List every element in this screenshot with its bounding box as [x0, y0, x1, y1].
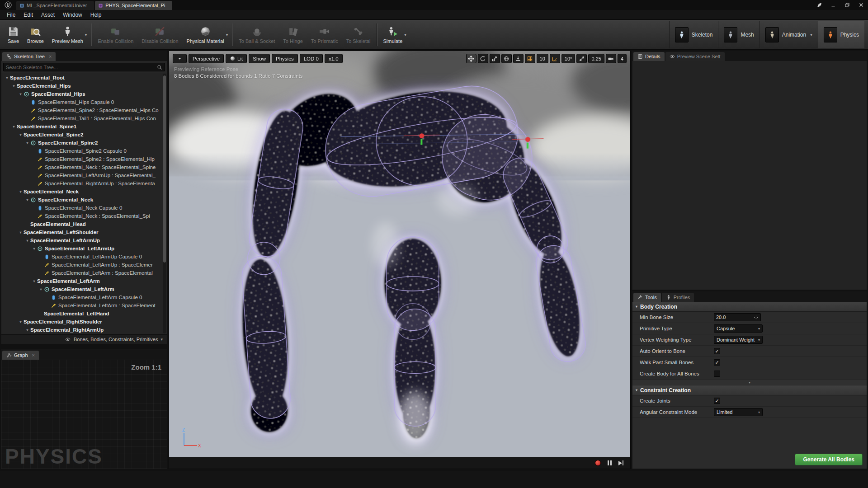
scale-tool-button[interactable]	[490, 54, 500, 63]
simulate-button[interactable]: Simulate	[379, 21, 407, 48]
walk-past-small-bones-checkbox[interactable]: ✓	[714, 359, 720, 366]
viewport-3d-scene[interactable]	[169, 51, 630, 469]
angular-constraint-mode-select[interactable]: Limited▾	[714, 408, 763, 416]
expander-icon[interactable]: ▾	[24, 198, 30, 202]
preview-mesh-dropdown-caret-icon[interactable]: ▾	[85, 21, 90, 48]
close-tab-icon[interactable]: ×	[49, 54, 52, 59]
tree-row-bone[interactable]: ▾SpaceElemental_LeftArm	[1, 277, 167, 285]
create-joints-checkbox[interactable]: ✓	[714, 398, 720, 404]
tree-row-capsule[interactable]: SpaceElemental_Spine2 Capsule 0	[1, 147, 167, 155]
expander-icon[interactable]: ▾	[24, 141, 30, 145]
tab-tools[interactable]: Tools	[633, 293, 661, 302]
camera-speed-value[interactable]: 4	[618, 54, 627, 63]
tab-profiles[interactable]: Profiles	[662, 293, 694, 302]
camera-speed-button[interactable]	[606, 54, 616, 63]
mode-animation-button[interactable]: Animation▾	[760, 21, 818, 48]
mode-mesh-button[interactable]: Mesh	[718, 21, 759, 48]
tree-row-bone[interactable]: ▾SpaceElemental_LeftArmUp	[1, 236, 167, 244]
mode-physics-button[interactable]: Physics	[818, 21, 864, 48]
tree-row-capsule[interactable]: SpaceElemental_Hips Capsule 0	[1, 98, 167, 106]
record-button[interactable]	[595, 460, 601, 466]
world-space-button[interactable]	[501, 54, 512, 63]
browse-button[interactable]: Browse	[23, 21, 48, 48]
tree-row-constraint[interactable]: SpaceElemental_LeftArmUp : SpaceElemer	[1, 261, 167, 269]
tree-row-constraint[interactable]: SpaceElemental_LeftArmUp : SpaceElementa…	[1, 171, 167, 179]
close-button[interactable]	[854, 0, 868, 10]
tree-row-bone[interactable]: ▾SpaceElemental_Neck	[1, 188, 167, 196]
tree-row-capsule[interactable]: SpaceElemental_Neck Capsule 0	[1, 204, 167, 212]
lit-viewport-button[interactable]: Lit	[226, 54, 247, 63]
generate-all-bodies-button[interactable]: Generate All Bodies	[795, 454, 863, 465]
tree-row-constraint[interactable]: SpaceElemental_Neck : SpaceElemental_Spi	[1, 212, 167, 220]
tab-skeleton-tree[interactable]: Skeleton Tree ×	[2, 52, 56, 61]
close-tab-icon[interactable]: ×	[32, 352, 35, 358]
show-viewport-button[interactable]: Show	[249, 54, 270, 63]
scrollbar-thumb[interactable]	[163, 75, 166, 263]
tree-row-bone[interactable]: ▾SpaceElemental_RightArmUp	[1, 326, 167, 334]
preview-mesh-button[interactable]: Preview Mesh	[48, 21, 87, 48]
tree-row-constraint[interactable]: SpaceElemental_Neck : SpaceElemental_Spi…	[1, 163, 167, 171]
grid-snap-button[interactable]	[525, 54, 535, 63]
mode-skeleton-button[interactable]: Skeleton	[669, 21, 718, 48]
expander-icon[interactable]: ▾	[31, 247, 37, 251]
expander-icon[interactable]: ▾	[11, 125, 17, 129]
tree-row-constraint[interactable]: SpaceElemental_Tail1 : SpaceElemental_Hi…	[1, 114, 167, 122]
tree-row-bone[interactable]: ▾SpaceElemental_Hips	[1, 82, 167, 90]
search-input[interactable]	[6, 65, 157, 70]
tree-row-body[interactable]: ▾SpaceElemental_LeftArm	[1, 285, 167, 293]
tree-row-bone[interactable]: ▾SpaceElemental_Spine1	[1, 122, 167, 131]
tree-row-body[interactable]: ▾SpaceElemental_Spine2	[1, 139, 167, 147]
rotate-tool-button[interactable]	[478, 54, 488, 63]
rotation-snap-button[interactable]	[550, 54, 560, 63]
tab-preview-scene-settings[interactable]: Preview Scene Sett	[665, 52, 725, 61]
expander-icon[interactable]: ▾	[11, 84, 17, 88]
auto-orient-to-bone-checkbox[interactable]: ✓	[714, 348, 720, 354]
tree-row-constraint[interactable]: SpaceElemental_LeftArm : SpaceElemental	[1, 269, 167, 277]
tree-row-body[interactable]: ▾SpaceElemental_Hips	[1, 90, 167, 98]
tree-row-capsule[interactable]: SpaceElemental_LeftArmUp Capsule 0	[1, 253, 167, 261]
section-header-constraint-creation[interactable]: ▾Constraint Creation	[632, 385, 867, 395]
menu-file[interactable]: File	[3, 10, 19, 19]
tree-filter-footer[interactable]: Bones, Bodies, Constraints, Primitives ▾	[1, 334, 167, 344]
tree-row-body[interactable]: ▾SpaceElemental_LeftArmUp	[1, 244, 167, 253]
rotation-snap-value[interactable]: 10°	[561, 54, 576, 63]
x1-0-viewport-button[interactable]: x1.0	[325, 54, 343, 63]
primitive-type-select[interactable]: Capsule▾	[714, 324, 763, 333]
vertex-weighting-type-select[interactable]: Dominant Weight▾	[714, 336, 763, 344]
section-header-body-creation[interactable]: ▾Body Creation	[632, 302, 867, 312]
expander-icon[interactable]: ▾	[18, 230, 24, 235]
tree-row-bone[interactable]: ▾SpaceElemental_RightShoulder	[1, 318, 167, 326]
viewport-options-viewport-button[interactable]	[173, 54, 187, 63]
tree-row-constraint[interactable]: SpaceElemental_Spine2 : SpaceElemental_H…	[1, 106, 167, 114]
expander-icon[interactable]: ▾	[18, 133, 24, 137]
scale-snap-value[interactable]: 0.25	[588, 54, 604, 63]
tree-row-bone[interactable]: ▾SpaceElemental_LeftShoulder	[1, 228, 167, 236]
expander-icon[interactable]: ▾	[18, 320, 24, 324]
menu-asset[interactable]: Asset	[37, 10, 59, 19]
expander-icon[interactable]: ▾	[38, 287, 44, 291]
expander-icon[interactable]: ▾	[18, 190, 24, 194]
expander-icon[interactable]: ▾	[24, 328, 30, 332]
perspective-viewport-button[interactable]: Perspective	[189, 54, 224, 63]
lod-0-viewport-button[interactable]: LOD 0	[300, 54, 323, 63]
tree-row-bone[interactable]: ▾SpaceElemental_Root	[1, 74, 167, 82]
tab-details[interactable]: Details	[633, 52, 665, 61]
expander-icon[interactable]: ▾	[18, 92, 24, 96]
save-button[interactable]: Save	[4, 21, 23, 48]
menu-window[interactable]: Window	[59, 10, 86, 19]
doc-tab-phys-spaceelemental-pi[interactable]: PHYS_SpaceElemental_Pi	[95, 1, 172, 10]
advanced-expander[interactable]: ▾	[632, 380, 867, 385]
tree-row-body[interactable]: ▾SpaceElemental_Neck	[1, 196, 167, 204]
expander-icon[interactable]: ▾	[4, 76, 10, 80]
tree-row-capsule[interactable]: SpaceElemental_LeftArm Capsule 0	[1, 293, 167, 301]
step-forward-button[interactable]	[618, 460, 624, 465]
physical-material-button[interactable]: Physical Material	[183, 21, 228, 48]
min-bone-size-input[interactable]: 20.0	[714, 313, 761, 321]
chevron-down-icon[interactable]: ▾	[810, 33, 812, 37]
tree-row-bone[interactable]: SpaceElemental_LeftHand	[1, 310, 167, 318]
maximize-button[interactable]	[840, 0, 854, 10]
menu-edit[interactable]: Edit	[19, 10, 37, 19]
feedback-button[interactable]	[812, 0, 826, 10]
expander-icon[interactable]: ▾	[24, 239, 30, 243]
pause-button[interactable]	[608, 460, 612, 465]
